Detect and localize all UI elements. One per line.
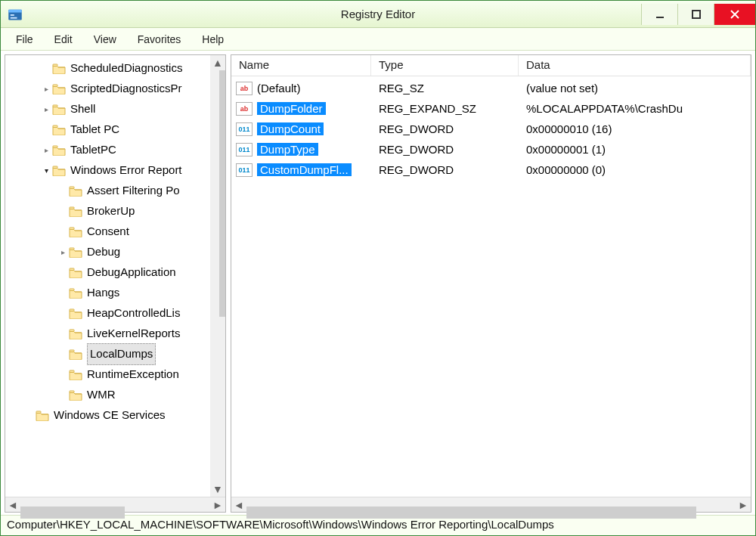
tree-item-label: Assert Filtering Po — [87, 181, 180, 200]
value-row[interactable]: ab(Default)REG_SZ(value not set) — [231, 78, 751, 98]
tree-item[interactable]: LocalDumps — [7, 344, 224, 364]
chevron-right-icon[interactable]: ▸ — [40, 103, 52, 116]
scroll-down-icon[interactable]: ▼ — [210, 482, 225, 497]
column-header-type[interactable]: Type — [371, 55, 519, 76]
svg-rect-22 — [70, 350, 74, 352]
column-header-name[interactable]: Name — [231, 55, 371, 76]
tree-item-label: Hangs — [87, 283, 119, 302]
chevron-right-icon[interactable]: ▸ — [40, 144, 52, 157]
chevron-right-icon[interactable]: ▸ — [57, 246, 69, 259]
tree-item[interactable]: WMR — [7, 385, 224, 405]
folder-icon — [52, 145, 66, 156]
string-value-icon: ab — [236, 82, 253, 95]
tree-pane: ScheduledDiagnostics▸ScriptedDiagnostics… — [5, 54, 226, 513]
svg-rect-16 — [70, 228, 74, 230]
close-button[interactable] — [714, 4, 755, 25]
binary-value-icon: 011 — [236, 122, 253, 136]
maximize-icon — [692, 10, 701, 19]
tree-item[interactable]: Windows CE Services — [7, 405, 224, 426]
value-data-cell: %LOCALAPPDATA%\CrashDu — [523, 102, 751, 115]
tree-item-label: LocalDumps — [87, 343, 156, 364]
tree-item[interactable]: ▸ScriptedDiagnosticsPr — [7, 79, 224, 99]
tree-item-label: WMR — [87, 385, 116, 404]
tree-item[interactable]: ▸Debug — [7, 242, 224, 262]
binary-value-icon: 011 — [236, 163, 253, 177]
svg-rect-13 — [53, 166, 57, 169]
tree-vertical-scrollbar[interactable]: ▲ ▼ — [210, 55, 225, 497]
scroll-up-icon[interactable]: ▲ — [210, 55, 225, 70]
svg-rect-15 — [70, 207, 74, 209]
svg-rect-9 — [53, 85, 57, 87]
menu-edit[interactable]: Edit — [44, 30, 83, 48]
menu-help[interactable]: Help — [191, 30, 234, 48]
value-row[interactable]: abDumpFolderREG_EXPAND_SZ%LOCALAPPDATA%\… — [231, 98, 751, 119]
folder-icon — [69, 390, 82, 401]
tree-item[interactable]: ▸TabletPC — [7, 140, 224, 160]
value-type-cell: REG_DWORD — [376, 163, 523, 176]
svg-rect-20 — [70, 309, 74, 311]
svg-rect-1 — [8, 9, 22, 12]
folder-icon — [69, 247, 82, 258]
tree-item-label: LiveKernelReports — [87, 324, 180, 343]
menu-file[interactable]: File — [5, 30, 44, 48]
svg-rect-21 — [70, 330, 74, 332]
values-scroll-area: ab(Default)REG_SZ(value not set)abDumpFo… — [231, 76, 751, 497]
values-list[interactable]: ab(Default)REG_SZ(value not set)abDumpFo… — [231, 76, 751, 181]
menu-view[interactable]: View — [83, 30, 127, 48]
chevron-down-icon[interactable]: ▾ — [40, 164, 52, 178]
tree-item-label: Consent — [87, 222, 129, 241]
tree-item-label: ScheduledDiagnostics — [70, 58, 182, 78]
scroll-thumb[interactable] — [219, 70, 225, 317]
svg-rect-23 — [70, 370, 74, 373]
value-row[interactable]: 011DumpTypeREG_DWORD0x00000001 (1) — [231, 139, 751, 160]
svg-rect-3 — [11, 17, 17, 18]
tree-item[interactable]: RuntimeException — [7, 364, 224, 385]
values-horizontal-scrollbar[interactable]: ◄ ► — [231, 497, 751, 512]
value-name-cell: CustomDumpFl... — [257, 163, 376, 176]
folder-icon — [52, 166, 66, 176]
tree-item-label: DebugApplication — [87, 262, 176, 282]
title-bar[interactable]: Registry Editor — [1, 1, 755, 28]
chevron-right-icon[interactable]: ▸ — [40, 82, 52, 96]
tree-item[interactable]: BrokerUp — [7, 201, 224, 222]
scroll-thumb[interactable] — [20, 507, 125, 519]
tree-item[interactable]: HeapControlledLis — [7, 303, 224, 324]
tree-item[interactable]: ▸Shell — [7, 99, 224, 119]
tree-item-label: HeapControlledLis — [87, 303, 180, 323]
tree-item[interactable]: ScheduledDiagnostics — [7, 58, 224, 79]
tree-item[interactable]: Hangs — [7, 283, 224, 303]
app-icon — [7, 6, 23, 23]
tree-item[interactable]: Assert Filtering Po — [7, 181, 224, 201]
window-buttons — [641, 4, 755, 25]
column-header-data[interactable]: Data — [519, 55, 751, 76]
tree-item[interactable]: ▾Windows Error Report — [7, 160, 224, 181]
scroll-left-icon[interactable]: ◄ — [231, 497, 246, 513]
registry-editor-window: Registry Editor File Edit View Favorites… — [0, 0, 756, 536]
value-row[interactable]: 011DumpCountREG_DWORD0x00000010 (16) — [231, 119, 751, 139]
values-pane: Name Type Data ab(Default)REG_SZ(value n… — [231, 54, 751, 513]
scroll-left-icon[interactable]: ◄ — [5, 497, 20, 513]
tree-item[interactable]: Consent — [7, 222, 224, 242]
folder-icon — [52, 104, 66, 115]
tree-item-label: Shell — [70, 99, 95, 119]
registry-tree[interactable]: ScheduledDiagnostics▸ScriptedDiagnostics… — [5, 55, 225, 429]
svg-rect-12 — [53, 146, 57, 148]
maximize-button[interactable] — [677, 4, 714, 25]
menu-favorites[interactable]: Favorites — [127, 30, 192, 48]
tree-item-label: ScriptedDiagnosticsPr — [70, 79, 182, 98]
scroll-thumb[interactable] — [246, 507, 696, 519]
binary-value-icon: 011 — [236, 143, 253, 156]
tree-horizontal-scrollbar[interactable]: ◄ ► — [5, 497, 225, 512]
minimize-button[interactable] — [641, 4, 677, 25]
tree-item[interactable]: Tablet PC — [7, 119, 224, 140]
value-name-cell: DumpFolder — [257, 102, 376, 115]
tree-item[interactable]: LiveKernelReports — [7, 324, 224, 344]
svg-rect-5 — [692, 11, 700, 18]
scroll-right-icon[interactable]: ► — [210, 497, 225, 513]
value-name-cell: DumpType — [257, 143, 376, 156]
value-row[interactable]: 011CustomDumpFl...REG_DWORD0x00000000 (0… — [231, 160, 751, 180]
tree-item[interactable]: DebugApplication — [7, 262, 224, 283]
folder-icon — [69, 206, 82, 217]
value-data-cell: 0x00000010 (16) — [523, 122, 751, 135]
scroll-right-icon[interactable]: ► — [736, 497, 751, 513]
